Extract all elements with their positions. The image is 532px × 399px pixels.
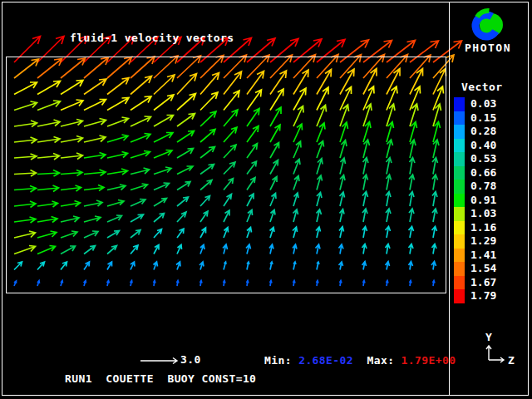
axis-y-label: Y xyxy=(485,331,492,343)
legend-swatch xyxy=(454,194,465,208)
photon-window: fluid-1 velocity vectors PHOTON Vector 0… xyxy=(0,0,532,399)
legend-row: 1.41 xyxy=(454,249,496,263)
legend-value: 0.66 xyxy=(470,166,496,180)
legend-swatch xyxy=(454,289,465,303)
legend-swatch xyxy=(454,249,465,263)
legend-swatch xyxy=(454,234,465,249)
chart-title: fluid-1 velocity vectors xyxy=(70,32,234,44)
legend-value: 1.03 xyxy=(470,207,496,221)
legend-row: 0.28 xyxy=(454,125,496,139)
legend-row: 0.03 xyxy=(454,97,496,111)
legend-value: 1.16 xyxy=(470,221,496,235)
legend-row: 1.03 xyxy=(454,207,496,221)
legend: 0.030.150.280.400.530.660.780.911.031.16… xyxy=(454,97,496,303)
legend-value: 1.67 xyxy=(470,276,496,290)
min-value: 2.68E-02 xyxy=(298,354,353,367)
min-label: Min: xyxy=(264,354,292,367)
legend-swatch xyxy=(454,152,465,166)
axis-triad-icon: Y Z xyxy=(478,328,528,374)
legend-value: 1.54 xyxy=(470,262,496,276)
legend-value: 1.29 xyxy=(470,234,496,249)
legend-value: 1.79 xyxy=(470,289,496,303)
photon-logo-icon xyxy=(469,7,507,45)
panel-separator xyxy=(449,2,450,396)
legend-value: 0.40 xyxy=(470,139,496,153)
legend-row: 0.53 xyxy=(454,152,496,166)
legend-value: 0.78 xyxy=(470,180,496,194)
legend-swatch xyxy=(454,221,465,235)
legend-value: 0.03 xyxy=(470,97,496,111)
plot-frame xyxy=(6,57,446,293)
legend-swatch xyxy=(454,125,465,139)
legend-row: 1.67 xyxy=(454,276,496,290)
legend-row: 1.16 xyxy=(454,221,496,235)
max-label: Max: xyxy=(367,354,394,367)
scale-value-label: 3.0 xyxy=(180,354,201,366)
legend-row: 0.78 xyxy=(454,180,496,194)
legend-swatch xyxy=(454,166,465,180)
legend-swatch xyxy=(454,180,465,194)
legend-swatch xyxy=(454,139,465,153)
legend-value: 0.28 xyxy=(470,125,496,139)
legend-row: 1.79 xyxy=(454,289,496,303)
legend-swatch xyxy=(454,262,465,276)
legend-title: Vector xyxy=(461,81,502,93)
legend-swatch xyxy=(454,111,465,126)
legend-row: 0.15 xyxy=(454,111,496,126)
legend-value: 0.91 xyxy=(470,194,496,208)
max-value: 1.79E+00 xyxy=(401,354,456,367)
min-max-readout: Min: 2.68E-02 Max: 1.79E+00 xyxy=(264,355,456,367)
legend-value: 1.41 xyxy=(470,249,496,263)
legend-row: 0.66 xyxy=(454,166,496,180)
legend-value: 0.53 xyxy=(470,152,496,166)
legend-row: 1.29 xyxy=(454,234,496,249)
legend-swatch xyxy=(454,97,465,111)
legend-swatch xyxy=(454,207,465,221)
app-name-label: PHOTON xyxy=(465,42,511,54)
axis-z-label: Z xyxy=(508,354,515,367)
run-caption: RUN1 COUETTE BUOY CONST=10 xyxy=(65,373,256,385)
legend-row: 0.40 xyxy=(454,139,496,153)
legend-row: 1.54 xyxy=(454,262,496,276)
legend-swatch xyxy=(454,276,465,290)
legend-value: 0.15 xyxy=(470,111,496,126)
legend-row: 0.91 xyxy=(454,194,496,208)
scale-arrow-icon xyxy=(140,356,180,366)
